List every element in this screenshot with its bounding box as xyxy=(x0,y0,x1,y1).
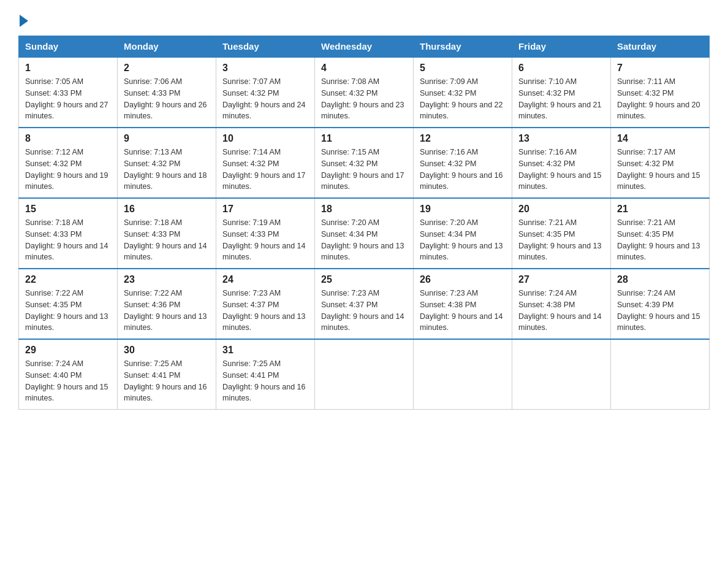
day-number: 4 xyxy=(321,63,407,74)
col-monday: Monday xyxy=(118,36,216,58)
day-number: 27 xyxy=(518,274,604,285)
day-number: 3 xyxy=(222,63,308,74)
table-row: 6Sunrise: 7:10 AMSunset: 4:32 PMDaylight… xyxy=(512,57,611,128)
day-number: 30 xyxy=(124,345,210,356)
table-row: 21Sunrise: 7:21 AMSunset: 4:35 PMDayligh… xyxy=(611,198,710,269)
table-row: 23Sunrise: 7:22 AMSunset: 4:36 PMDayligh… xyxy=(118,269,216,339)
calendar-row: 15Sunrise: 7:18 AMSunset: 4:33 PMDayligh… xyxy=(19,198,710,269)
day-number: 8 xyxy=(25,133,111,144)
day-info: Sunrise: 7:07 AMSunset: 4:32 PMDaylight:… xyxy=(222,76,308,122)
table-row: 29Sunrise: 7:24 AMSunset: 4:40 PMDayligh… xyxy=(19,339,118,410)
day-number: 15 xyxy=(25,204,111,215)
table-row: 14Sunrise: 7:17 AMSunset: 4:32 PMDayligh… xyxy=(611,128,710,198)
day-info: Sunrise: 7:24 AMSunset: 4:38 PMDaylight:… xyxy=(518,288,604,334)
col-tuesday: Tuesday xyxy=(216,36,315,58)
day-number: 9 xyxy=(124,133,210,144)
table-row: 22Sunrise: 7:22 AMSunset: 4:35 PMDayligh… xyxy=(19,269,118,339)
table-row: 26Sunrise: 7:23 AMSunset: 4:38 PMDayligh… xyxy=(414,269,512,339)
col-sunday: Sunday xyxy=(19,36,118,58)
day-number: 14 xyxy=(617,133,703,144)
table-row: 8Sunrise: 7:12 AMSunset: 4:32 PMDaylight… xyxy=(19,128,118,198)
day-info: Sunrise: 7:20 AMSunset: 4:34 PMDaylight:… xyxy=(420,217,506,263)
day-info: Sunrise: 7:11 AMSunset: 4:32 PMDaylight:… xyxy=(617,76,703,122)
logo-triangle-icon xyxy=(20,15,28,27)
calendar-row: 1Sunrise: 7:05 AMSunset: 4:33 PMDaylight… xyxy=(19,57,710,128)
day-number: 13 xyxy=(518,133,604,144)
logo xyxy=(18,12,28,25)
day-number: 2 xyxy=(124,63,210,74)
table-row: 13Sunrise: 7:16 AMSunset: 4:32 PMDayligh… xyxy=(512,128,611,198)
table-row: 1Sunrise: 7:05 AMSunset: 4:33 PMDaylight… xyxy=(19,57,118,128)
table-row: 25Sunrise: 7:23 AMSunset: 4:37 PMDayligh… xyxy=(315,269,414,339)
col-saturday: Saturday xyxy=(611,36,710,58)
day-info: Sunrise: 7:18 AMSunset: 4:33 PMDaylight:… xyxy=(25,217,111,263)
day-info: Sunrise: 7:09 AMSunset: 4:32 PMDaylight:… xyxy=(420,76,506,122)
col-wednesday: Wednesday xyxy=(315,36,414,58)
day-info: Sunrise: 7:14 AMSunset: 4:32 PMDaylight:… xyxy=(222,147,308,193)
day-number: 25 xyxy=(321,274,407,285)
day-info: Sunrise: 7:19 AMSunset: 4:33 PMDaylight:… xyxy=(222,217,308,263)
day-info: Sunrise: 7:16 AMSunset: 4:32 PMDaylight:… xyxy=(518,147,604,193)
table-row: 30Sunrise: 7:25 AMSunset: 4:41 PMDayligh… xyxy=(118,339,216,410)
day-number: 7 xyxy=(617,63,703,74)
calendar-row: 22Sunrise: 7:22 AMSunset: 4:35 PMDayligh… xyxy=(19,269,710,339)
table-row xyxy=(512,339,611,410)
day-info: Sunrise: 7:21 AMSunset: 4:35 PMDaylight:… xyxy=(518,217,604,263)
table-row: 19Sunrise: 7:20 AMSunset: 4:34 PMDayligh… xyxy=(414,198,512,269)
day-number: 26 xyxy=(420,274,506,285)
table-row: 28Sunrise: 7:24 AMSunset: 4:39 PMDayligh… xyxy=(611,269,710,339)
day-info: Sunrise: 7:18 AMSunset: 4:33 PMDaylight:… xyxy=(124,217,210,263)
day-info: Sunrise: 7:17 AMSunset: 4:32 PMDaylight:… xyxy=(617,147,703,193)
calendar-body: 1Sunrise: 7:05 AMSunset: 4:33 PMDaylight… xyxy=(19,57,710,410)
page-header xyxy=(18,12,710,25)
day-info: Sunrise: 7:24 AMSunset: 4:39 PMDaylight:… xyxy=(617,288,703,334)
day-info: Sunrise: 7:22 AMSunset: 4:36 PMDaylight:… xyxy=(124,288,210,334)
day-number: 20 xyxy=(518,204,604,215)
day-number: 10 xyxy=(222,133,308,144)
table-row: 20Sunrise: 7:21 AMSunset: 4:35 PMDayligh… xyxy=(512,198,611,269)
table-row: 2Sunrise: 7:06 AMSunset: 4:33 PMDaylight… xyxy=(118,57,216,128)
table-row: 9Sunrise: 7:13 AMSunset: 4:32 PMDaylight… xyxy=(118,128,216,198)
table-row: 27Sunrise: 7:24 AMSunset: 4:38 PMDayligh… xyxy=(512,269,611,339)
col-friday: Friday xyxy=(512,36,611,58)
table-row: 18Sunrise: 7:20 AMSunset: 4:34 PMDayligh… xyxy=(315,198,414,269)
table-row xyxy=(315,339,414,410)
header-row: Sunday Monday Tuesday Wednesday Thursday… xyxy=(19,36,710,58)
table-row: 16Sunrise: 7:18 AMSunset: 4:33 PMDayligh… xyxy=(118,198,216,269)
day-info: Sunrise: 7:12 AMSunset: 4:32 PMDaylight:… xyxy=(25,147,111,193)
calendar-table: Sunday Monday Tuesday Wednesday Thursday… xyxy=(18,36,710,410)
day-number: 1 xyxy=(25,63,111,74)
calendar-header: Sunday Monday Tuesday Wednesday Thursday… xyxy=(19,36,710,58)
day-number: 19 xyxy=(420,204,506,215)
day-info: Sunrise: 7:23 AMSunset: 4:38 PMDaylight:… xyxy=(420,288,506,334)
day-info: Sunrise: 7:25 AMSunset: 4:41 PMDaylight:… xyxy=(124,358,210,404)
day-number: 16 xyxy=(124,204,210,215)
table-row: 12Sunrise: 7:16 AMSunset: 4:32 PMDayligh… xyxy=(414,128,512,198)
day-number: 22 xyxy=(25,274,111,285)
day-number: 31 xyxy=(222,345,308,356)
table-row: 31Sunrise: 7:25 AMSunset: 4:41 PMDayligh… xyxy=(216,339,315,410)
day-info: Sunrise: 7:24 AMSunset: 4:40 PMDaylight:… xyxy=(25,358,111,404)
calendar-row: 8Sunrise: 7:12 AMSunset: 4:32 PMDaylight… xyxy=(19,128,710,198)
day-info: Sunrise: 7:20 AMSunset: 4:34 PMDaylight:… xyxy=(321,217,407,263)
day-info: Sunrise: 7:21 AMSunset: 4:35 PMDaylight:… xyxy=(617,217,703,263)
day-info: Sunrise: 7:15 AMSunset: 4:32 PMDaylight:… xyxy=(321,147,407,193)
day-number: 18 xyxy=(321,204,407,215)
table-row: 5Sunrise: 7:09 AMSunset: 4:32 PMDaylight… xyxy=(414,57,512,128)
col-thursday: Thursday xyxy=(414,36,512,58)
day-number: 29 xyxy=(25,345,111,356)
day-info: Sunrise: 7:08 AMSunset: 4:32 PMDaylight:… xyxy=(321,76,407,122)
day-info: Sunrise: 7:10 AMSunset: 4:32 PMDaylight:… xyxy=(518,76,604,122)
day-number: 24 xyxy=(222,274,308,285)
day-info: Sunrise: 7:22 AMSunset: 4:35 PMDaylight:… xyxy=(25,288,111,334)
day-info: Sunrise: 7:16 AMSunset: 4:32 PMDaylight:… xyxy=(420,147,506,193)
day-number: 6 xyxy=(518,63,604,74)
table-row: 11Sunrise: 7:15 AMSunset: 4:32 PMDayligh… xyxy=(315,128,414,198)
table-row xyxy=(611,339,710,410)
calendar-row: 29Sunrise: 7:24 AMSunset: 4:40 PMDayligh… xyxy=(19,339,710,410)
day-info: Sunrise: 7:23 AMSunset: 4:37 PMDaylight:… xyxy=(321,288,407,334)
day-number: 28 xyxy=(617,274,703,285)
day-info: Sunrise: 7:25 AMSunset: 4:41 PMDaylight:… xyxy=(222,358,308,404)
table-row: 24Sunrise: 7:23 AMSunset: 4:37 PMDayligh… xyxy=(216,269,315,339)
day-number: 12 xyxy=(420,133,506,144)
